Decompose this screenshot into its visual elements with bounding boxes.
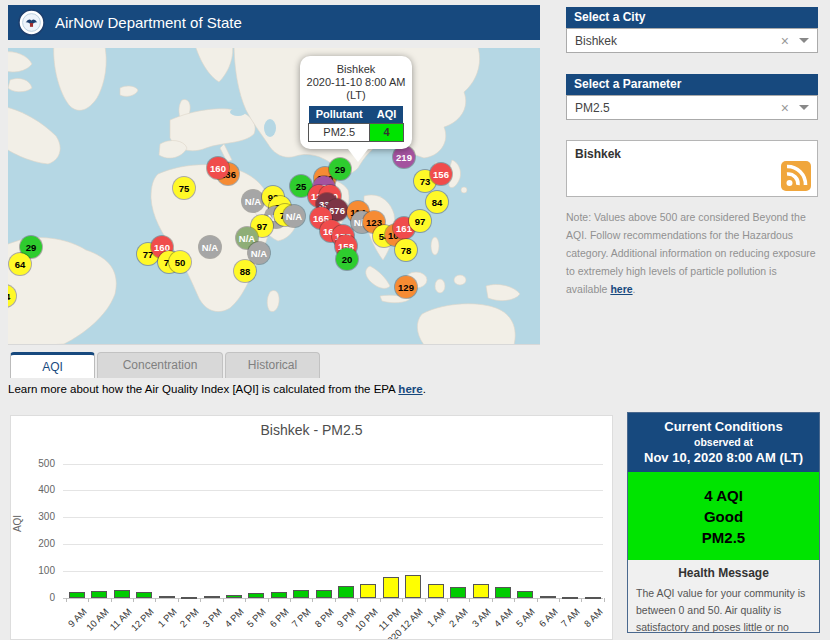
observed-at-label: observed at	[632, 436, 815, 448]
popup-city: Bishkek	[305, 63, 407, 76]
popup-timezone: (LT)	[305, 89, 407, 102]
chart-bar[interactable]	[360, 584, 376, 598]
aqi-marker[interactable]: 97	[409, 210, 431, 232]
chart-bar[interactable]	[316, 590, 332, 598]
x-tick-label: 12 PM	[129, 606, 156, 633]
chart-bar[interactable]	[114, 590, 130, 598]
chart-bar[interactable]	[159, 596, 175, 598]
x-tick-label: 3 PM	[200, 606, 223, 629]
x-tick-label: 2 PM	[177, 606, 200, 629]
city-select[interactable]: Bishkek ×	[566, 28, 818, 53]
gridline	[63, 517, 603, 518]
aqi-marker[interactable]: N/A	[242, 190, 264, 212]
aqi-marker[interactable]: 160	[207, 157, 229, 179]
x-axis-tick	[380, 598, 381, 602]
chart-bar[interactable]	[248, 593, 264, 598]
aqi-marker[interactable]: 84	[426, 191, 448, 213]
x-axis-tick	[245, 598, 246, 602]
chart-bar[interactable]	[338, 586, 354, 598]
gridline	[63, 571, 603, 572]
current-aqi-value: 4 AQI	[628, 485, 819, 506]
x-tick-label: 1 PM	[155, 606, 178, 629]
chart-bar[interactable]	[562, 597, 578, 599]
note-here-link[interactable]: here	[610, 283, 632, 295]
x-axis-tick	[447, 598, 448, 602]
learn-more-text: Learn more about how the Air Quality Ind…	[8, 383, 398, 395]
x-axis-tick	[178, 598, 179, 602]
x-tick-label: 2 AM	[447, 606, 470, 629]
app-header: AirNow Department of State	[8, 5, 540, 40]
chart-bar[interactable]	[428, 584, 444, 598]
chart-bar[interactable]	[495, 587, 511, 598]
aqi-chart-card: Bishkek - PM2.5 AQI 01002003004005009 AM…	[10, 415, 613, 640]
chevron-down-icon[interactable]	[799, 38, 809, 43]
x-axis-tick	[425, 598, 426, 602]
chart-bar[interactable]	[383, 577, 399, 598]
aqi-marker[interactable]: N/A	[283, 205, 305, 227]
chart-bar[interactable]	[585, 597, 601, 599]
health-message-text: The AQI value for your community is betw…	[636, 585, 811, 640]
x-axis-tick	[357, 598, 358, 602]
learn-more-here-link[interactable]: here	[398, 383, 422, 395]
x-tick-label: 4 PM	[222, 606, 245, 629]
aqi-marker[interactable]: 64	[9, 253, 31, 275]
aqi-marker[interactable]: 20	[336, 248, 358, 270]
clear-parameter-icon[interactable]: ×	[781, 100, 789, 116]
x-tick-label: 11 AM	[107, 606, 133, 632]
x-axis-tick	[268, 598, 269, 602]
current-aqi-box: 4 AQI Good PM2.5	[628, 472, 819, 560]
rss-icon[interactable]	[781, 161, 811, 191]
x-tick-label: 1 AM	[424, 606, 447, 629]
gridline	[63, 544, 603, 545]
chart-bar[interactable]	[540, 596, 556, 598]
x-tick-label: 10 AM	[84, 606, 111, 633]
chart-bar[interactable]	[473, 584, 489, 598]
x-axis-tick	[492, 598, 493, 602]
rss-box: Bishkek	[566, 140, 818, 197]
aqi-marker[interactable]: 88	[234, 260, 256, 282]
chart-bar[interactable]	[450, 587, 466, 598]
x-axis-tick	[223, 598, 224, 602]
chart-bar[interactable]	[204, 596, 220, 598]
app-title: AirNow Department of State	[55, 14, 242, 31]
current-conditions-title: Current Conditions	[632, 419, 815, 434]
chart-bar[interactable]	[226, 595, 242, 598]
popup-aqi-value: 4	[370, 124, 404, 142]
chart-bar[interactable]	[271, 592, 287, 598]
x-axis-tick	[290, 598, 291, 602]
aqi-marker[interactable]: 78	[395, 239, 417, 261]
clear-city-icon[interactable]: ×	[781, 33, 789, 49]
chart-bar[interactable]	[69, 592, 85, 598]
chart-bar[interactable]	[181, 597, 197, 599]
observed-time: Nov 10, 2020 8:00 AM (LT)	[632, 450, 815, 465]
tab-concentration[interactable]: Concentration	[97, 352, 223, 378]
parameter-select[interactable]: PM2.5 ×	[566, 95, 818, 120]
current-aqi-pollutant: PM2.5	[628, 527, 819, 548]
aqi-marker[interactable]: 219	[393, 146, 415, 168]
x-axis-tick	[200, 598, 201, 602]
x-tick-label: 4 AM	[492, 606, 515, 629]
aqi-marker[interactable]: 50	[169, 251, 191, 273]
chart-bar[interactable]	[91, 591, 107, 598]
learn-more-period: .	[423, 383, 426, 395]
aqi-marker[interactable]: 75	[173, 177, 195, 199]
aqi-marker[interactable]: N/A	[199, 236, 221, 258]
rss-city-label: Bishkek	[575, 147, 621, 161]
chart-bar[interactable]	[293, 590, 309, 598]
tab-historical[interactable]: Historical	[225, 352, 320, 378]
chart-bar[interactable]	[136, 592, 152, 598]
chevron-down-icon[interactable]	[799, 105, 809, 110]
world-map[interactable]: 13616075296474771607150N/A88N/A9299N/A77…	[8, 48, 540, 345]
x-axis-line	[63, 598, 603, 599]
x-axis-tick	[111, 598, 112, 602]
map-popup[interactable]: Bishkek 2020-11-10 8:00 AM (LT) Pollutan…	[300, 56, 412, 149]
chart-bar[interactable]	[405, 575, 421, 598]
aqi-marker[interactable]: N/A	[248, 242, 270, 264]
health-message-title: Health Message	[636, 566, 811, 580]
tab-aqi[interactable]: AQI	[10, 352, 95, 378]
city-select-value: Bishkek	[575, 34, 781, 48]
chart-bar[interactable]	[517, 591, 533, 598]
aqi-marker[interactable]: 156	[430, 163, 452, 185]
aqi-marker[interactable]: 129	[395, 276, 417, 298]
popup-table: Pollutant AQI PM2.5 4	[308, 106, 404, 142]
